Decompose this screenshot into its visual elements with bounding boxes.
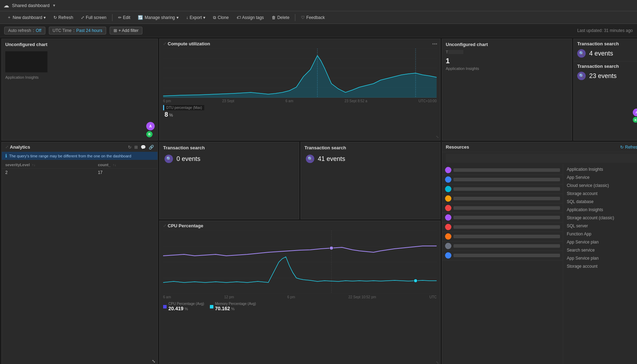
compute-resize-icon[interactable]: ⤡ [436,135,439,139]
svg-point-14 [414,279,417,282]
resource-icon-8 [445,243,451,249]
analytics-link-icon[interactable]: 🔗 [149,145,154,150]
cpu-percentage-tile: ⤢ CPU Percentage 6 [159,221,440,364]
list-item[interactable] [442,232,563,241]
feedback-button[interactable]: ♡ Feedback [297,14,328,21]
export-chevron: ▾ [203,15,205,20]
list-item[interactable] [442,184,563,194]
transaction-small-2-title: Transaction search [301,142,440,152]
unconfigured-right-subtitle: Application Insights [442,66,572,72]
events-count-2: 23 events [589,72,617,80]
avatar-green: B [146,131,153,137]
list-item[interactable] [442,194,563,203]
topbar-chevron[interactable]: ▼ [52,4,56,7]
resource-type-storage-account[interactable]: Storage account [563,190,637,198]
analytics-info-bar: ℹ The query's time range may be differen… [2,152,157,160]
cpu-resize-icon[interactable]: ⤡ [436,360,439,364]
resource-type-cloud-service[interactable]: Cloud service (classic) [563,182,637,190]
top-bar: ☁ Shared dashboard ▼ [0,0,637,11]
analytics-refresh-icon[interactable]: ↻ [128,145,131,150]
resource-type-storage-classic[interactable]: Storage account (classic) [563,214,637,222]
resource-type-storage-account-2[interactable]: Storage account [563,262,637,271]
edit-icon: ✏ [118,15,122,20]
list-item[interactable] [442,165,563,175]
list-item[interactable] [442,175,563,184]
unconfigured-left-placeholder [5,51,47,72]
fullscreen-button[interactable]: ⤢ Full screen [77,14,110,21]
avatar-green-2: B [633,117,637,123]
sort-icon-severity[interactable]: ↑↓ [32,163,36,167]
resource-type-application-insights[interactable]: Application Insights [563,165,637,174]
resource-icon-6 [445,224,451,230]
resource-type-app-insights-2[interactable]: Application Insights [563,206,637,214]
fullscreen-icon: ⤢ [81,15,84,20]
dashboard: Unconfigured chart Application Insights … [0,37,637,364]
edit-button[interactable]: ✏ Edit [115,14,134,21]
transaction-small-1-title: Transaction search [160,142,299,152]
resource-type-sql-database[interactable]: SQL database [563,198,637,206]
avatar-purple-2: A [633,109,637,116]
resource-icon-5 [445,214,451,221]
resource-type-app-service[interactable]: App Service [563,174,637,182]
dtu-value: 8 [165,111,168,118]
search-icon-2: 🔍 [577,72,586,80]
analytics-col-severity[interactable]: severityLevel ↑↓ [2,161,94,169]
search-icon-3: 🔍 [165,155,173,163]
events-count-1: 4 events [589,50,613,57]
assign-tags-button[interactable]: 🏷 Assign tags [233,14,268,21]
analytics-tile: ⤢ Analytics ↻ ⊞ 💬 🔗 ℹ The query's time r… [1,142,158,364]
resources-title: Resources [446,144,469,150]
resource-type-sql-server[interactable]: SQL server [563,222,637,230]
sort-icon-count[interactable]: ↑↓ [113,163,116,167]
resource-name-4 [453,206,560,210]
resources-list [442,164,563,364]
list-item[interactable] [442,222,563,232]
cpu-legend-mem: Memory Percentage (Avg) 70.162 % [210,302,256,311]
compute-menu-icon[interactable]: ••• [432,41,437,47]
resource-type-function-app[interactable]: Function App [563,230,637,238]
analytics-grid-icon[interactable]: ⊞ [134,145,138,150]
utc-time-pill[interactable]: UTC Time : Past 24 hours [49,27,106,34]
transaction-small-1-body: 🔍 0 events [160,152,299,166]
list-item[interactable] [442,213,563,222]
resources-refresh-button[interactable]: ↻ Refresh [620,145,637,150]
transaction-right-title2: Transaction search [577,64,637,70]
delete-button[interactable]: 🗑 Delete [268,14,293,21]
resource-type-app-service-plan-2[interactable]: App Service plan [563,254,637,262]
analytics-col-count[interactable]: count_ ↑↓ [94,161,157,169]
resource-type-app-service-plan[interactable]: App Service plan [563,238,637,246]
clone-button[interactable]: ⧉ Clone [210,14,232,21]
plus-icon: ＋ [7,14,11,20]
refresh-button[interactable]: ↻ Refresh [50,14,77,21]
list-item[interactable] [442,251,563,260]
unconfigured-right-value: 1 [442,56,572,66]
manage-sharing-button[interactable]: 🔃 Manage sharing ▾ [134,14,182,21]
separator-2 [295,14,295,21]
transaction-right-body2: 🔍 23 events [577,70,637,82]
analytics-header: ⤢ Analytics ↻ ⊞ 💬 🔗 [2,142,157,152]
list-item[interactable] [442,203,563,213]
transaction-search-right: Transaction search 🔍 4 events Transactio… [573,39,637,141]
analytics-comment-icon[interactable]: 💬 [141,145,146,150]
resource-type-search-service[interactable]: Search service [563,246,637,254]
unconfigured-left-subtitle: Application Insights [2,75,157,81]
count-value: 17 [94,169,157,177]
refresh-icon: ↻ [53,15,57,20]
cpu-x-labels: 6 am 12 pm 6 pm 22 Sept 10:52 pm UTC [160,295,440,300]
resource-name-7 [453,235,560,238]
resource-icon-1 [445,176,451,183]
compute-expand-icon: ⤢ [163,41,166,46]
list-item[interactable] [442,241,563,251]
export-button[interactable]: ↓ Export ▾ [183,14,209,21]
unconfigured-chart-right: Unconfigured chart Title text 1 Applicat… [442,39,572,141]
sharing-icon: 🔃 [138,15,143,20]
export-icon: ↓ [186,15,188,20]
transaction-avatars: A B [633,109,637,123]
resource-name-0 [453,168,560,172]
new-dashboard-button[interactable]: ＋ New dashboard ▾ [4,13,49,22]
analytics-resize-icon[interactable]: ⤡ [152,359,155,364]
info-icon: ℹ [5,153,7,158]
auto-refresh-pill[interactable]: Auto refresh : Off [4,27,45,34]
add-filter-button[interactable]: ⊞ + Add filter [110,27,142,34]
resource-name-3 [453,197,560,200]
